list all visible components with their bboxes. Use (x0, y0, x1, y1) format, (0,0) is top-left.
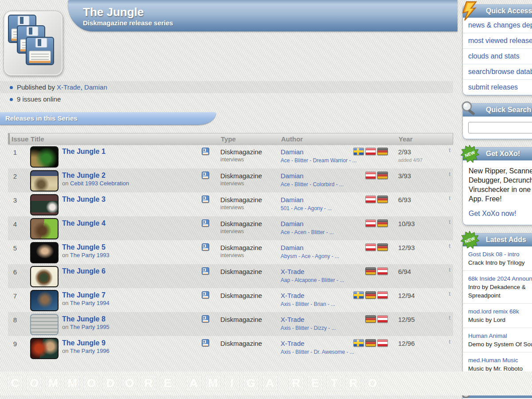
sidebar-link-clouds-stats[interactable]: clouds and stats (463, 49, 532, 64)
t-link[interactable]: t (449, 338, 450, 345)
t-link[interactable]: t (449, 243, 450, 249)
release-title-link[interactable]: The Jungle 4 (62, 219, 106, 227)
sidebar-link-submit-releases[interactable]: submit releases (463, 80, 532, 95)
title-cell: The Jungle 6 (62, 267, 106, 275)
release-thumbnail[interactable] (30, 338, 59, 359)
page-header-band: The Jungle Diskmagazine release series (68, 0, 458, 31)
author-credits[interactable]: Abysm - Ace - Agony - ... (281, 253, 339, 259)
publisher-separator: , (81, 83, 84, 91)
author-link[interactable]: X-Trade (281, 268, 305, 275)
issue-number: 9 (8, 340, 22, 348)
diskmagazine-floppy-icon (202, 291, 209, 301)
watermark-letter: G (244, 376, 258, 391)
quick-search-input[interactable] (468, 122, 532, 133)
watermark-letter: E (308, 376, 322, 391)
title-cell: The Jungle 5 on The Party 1993 (62, 243, 110, 258)
release-thumbnail[interactable] (30, 266, 59, 287)
author-link[interactable]: Damian (281, 220, 304, 227)
year-label: 6/94 (398, 268, 411, 275)
on-label: on (62, 324, 68, 330)
t-link[interactable]: t (449, 195, 450, 201)
on-label: on (62, 180, 68, 187)
get-xoxo-link[interactable]: Get XoXo now! (469, 209, 516, 218)
party-link[interactable]: The Party 1994 (70, 300, 110, 306)
diskmagazine-floppy-icon (202, 267, 209, 277)
release-thumbnail[interactable] (30, 314, 59, 335)
title-cell: The Jungle 7 on The Party 1994 (62, 291, 110, 306)
author-credits[interactable]: Axis - Blitter - Dr. Awesome - ... (281, 349, 354, 355)
year-cell: 6/94 (398, 268, 411, 275)
t-link[interactable]: t (449, 290, 450, 297)
author-link[interactable]: Damian (281, 172, 304, 180)
list-item: Human Animal Demo by System Of Sound (463, 328, 532, 352)
party-link[interactable]: The Party 1993 (70, 252, 110, 258)
release-thumbnail[interactable] (30, 242, 59, 263)
quick-access-links: news & changes dept. most viewed release… (463, 18, 532, 95)
t-link[interactable]: t (449, 314, 450, 321)
party-link[interactable]: The Party 1996 (70, 348, 110, 354)
author-link[interactable]: Damian (281, 244, 304, 251)
party-link[interactable]: Cebit 1993 Celebration (70, 180, 129, 187)
latest-add-link[interactable]: mod.lord remix 68k (468, 307, 532, 316)
sidebar: Quick Access news & changes dept. most v… (462, 4, 532, 399)
type-label: Diskmagazine (220, 148, 262, 156)
release-title-link[interactable]: The Jungle 2 (62, 172, 106, 180)
sidebar-link-most-viewed[interactable]: most viewed releases (463, 33, 532, 49)
flag-germany-icon (377, 196, 388, 203)
year-cell: 10/93 (398, 220, 415, 227)
year-cell: 12/95 (398, 316, 415, 323)
release-title-link[interactable]: The Jungle 3 (62, 196, 106, 203)
watermark-letter: M (46, 376, 60, 391)
on-label: on (62, 348, 68, 354)
author-credits[interactable]: Ace - Blitter - Colorbird - ... (281, 181, 344, 188)
release-thumbnail[interactable] (30, 218, 59, 239)
author-cell: Damian Abysm - Ace - Agony - ... (281, 244, 339, 259)
release-title-link[interactable]: The Jungle 5 (62, 243, 106, 251)
latest-add-link[interactable]: 68k Inside 2024 Announcement (468, 274, 532, 283)
latest-add-desc: Music by Lord (468, 317, 505, 323)
latest-add-link[interactable]: med.Human Music (468, 356, 532, 364)
author-link[interactable]: Damian (281, 148, 304, 156)
release-title-link[interactable]: The Jungle 8 (62, 315, 106, 323)
release-thumbnail[interactable] (30, 290, 59, 311)
watermark-letter: M (206, 376, 220, 391)
author-link[interactable]: X-Trade (281, 316, 305, 323)
release-thumbnail[interactable] (30, 170, 59, 192)
sidebar-link-search-browse[interactable]: search/browse database (463, 64, 532, 80)
author-link[interactable]: X-Trade (281, 340, 305, 347)
t-link[interactable]: t (449, 171, 450, 177)
latest-add-link[interactable]: Human Animal (468, 332, 532, 340)
xoxo-body: New Ripper, Scanner, Debugger, Decrunche… (463, 160, 532, 225)
table-row: 2 The Jungle 2 on Cebit 1993 Celebration (8, 168, 453, 192)
table-row: 1 The Jungle 1 Diskmagazine (8, 145, 453, 168)
t-link[interactable]: t (449, 219, 450, 225)
column-header-issue: Issue (12, 135, 28, 143)
author-credits[interactable]: 501 - Ace - Agony - ... (281, 205, 332, 211)
author-credits[interactable]: Axis - Blitter - Brian - ... (281, 301, 335, 307)
author-credits[interactable]: Ace - Blitter - Dream Warrior - ... (281, 157, 357, 164)
release-title-link[interactable]: The Jungle 9 (62, 339, 106, 347)
author-link[interactable]: Damian (281, 196, 304, 203)
publisher-link-xtrade[interactable]: X-Trade (57, 83, 81, 91)
release-title-link[interactable]: The Jungle 6 (62, 267, 106, 275)
author-credits[interactable]: Ace - Acen - Blitter - ... (281, 229, 334, 235)
series-logo (4, 11, 63, 76)
release-title-link[interactable]: The Jungle 1 (62, 148, 106, 156)
release-title-link[interactable]: The Jungle 7 (62, 291, 106, 299)
author-credits[interactable]: Axis - Blitter - Dizzy - ... (281, 325, 336, 331)
watermark-letter: M (65, 376, 79, 391)
type-cell: Diskmagazine (220, 316, 262, 323)
author-link[interactable]: X-Trade (281, 292, 305, 299)
country-flags (364, 315, 388, 323)
publisher-link-damian[interactable]: Damian (84, 83, 107, 91)
t-link[interactable]: t (449, 147, 450, 153)
author-credits[interactable]: Aap - Alcapone - Blitter - ... (281, 277, 344, 283)
issue-number: 1 (8, 149, 22, 156)
party-link[interactable]: The Party 1995 (70, 324, 110, 330)
new-badge-icon: NEW (459, 230, 480, 252)
magnifier-icon (459, 100, 479, 121)
release-thumbnail[interactable] (30, 194, 59, 215)
country-flags (352, 339, 388, 347)
release-thumbnail[interactable] (30, 146, 59, 168)
t-link[interactable]: t (449, 266, 450, 273)
